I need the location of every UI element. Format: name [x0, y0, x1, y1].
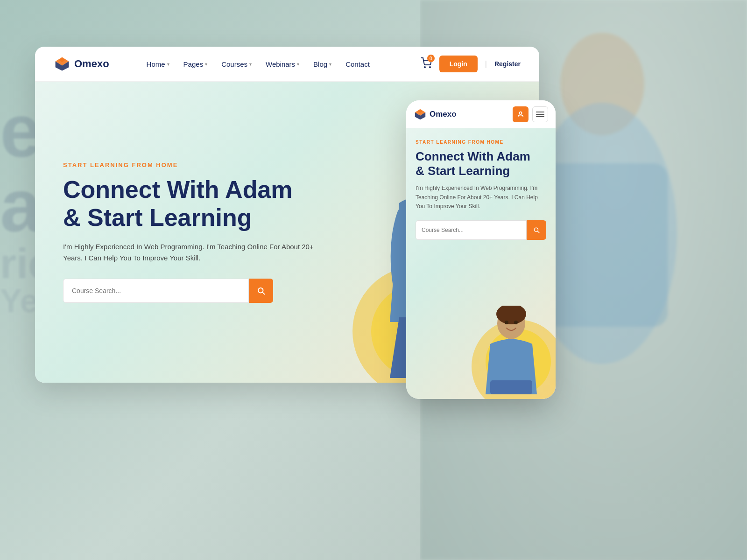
search-icon: [257, 287, 265, 295]
nav-links: Home ▾ Pages ▾ Courses ▾ Webinars ▾ Blog…: [147, 60, 421, 68]
svg-rect-2: [537, 163, 668, 327]
menu-line: [536, 112, 544, 112]
logo-text: Omexo: [74, 58, 109, 70]
chevron-icon: ▾: [205, 62, 207, 67]
hero-title: Connect With Adam & Start Learning: [63, 176, 315, 232]
mobile-logo-text: Omexo: [430, 110, 457, 119]
svg-point-16: [519, 112, 521, 114]
chevron-icon: ▾: [329, 62, 331, 67]
course-search-input[interactable]: [63, 279, 249, 303]
hero-tagline: START LEARNING FROM HOME: [63, 161, 315, 168]
svg-point-4: [430, 67, 430, 68]
cart-button[interactable]: 0: [421, 57, 432, 70]
svg-line-18: [538, 231, 539, 233]
svg-point-3: [424, 67, 425, 68]
mobile-menu-button[interactable]: [532, 106, 548, 122]
nav-pages[interactable]: Pages ▾: [183, 60, 208, 68]
mobile-mockup: Omexo START LEARNING FROM HOME Connect W…: [406, 100, 556, 399]
nav-blog[interactable]: Blog ▾: [313, 60, 331, 68]
login-button[interactable]: Login: [439, 56, 478, 72]
mobile-search-button[interactable]: [527, 220, 546, 240]
chevron-icon: ▾: [249, 62, 252, 67]
svg-line-6: [262, 292, 264, 294]
mobile-navbar: Omexo: [406, 100, 556, 128]
divider: |: [485, 60, 487, 68]
mobile-hero-section: START LEARNING FROM HOME Connect With Ad…: [406, 128, 556, 399]
menu-line: [536, 114, 544, 115]
svg-point-23: [505, 321, 508, 324]
mobile-hero-description: I'm Highly Experienced In Web Programmin…: [416, 184, 546, 211]
nav-courses[interactable]: Courses ▾: [221, 60, 252, 68]
chevron-icon: ▾: [297, 62, 299, 67]
nav-webinars[interactable]: Webinars ▾: [266, 60, 299, 68]
course-search-bar: [63, 279, 273, 303]
mobile-user-button[interactable]: [513, 106, 529, 122]
navbar: Omexo Home ▾ Pages ▾ Courses ▾ Webinars …: [35, 47, 539, 82]
search-button[interactable]: [249, 279, 273, 303]
nav-home[interactable]: Home ▾: [147, 60, 169, 68]
chevron-icon: ▾: [167, 62, 169, 67]
cart-badge: 0: [427, 55, 435, 62]
mobile-logo[interactable]: Omexo: [414, 108, 509, 120]
svg-rect-22: [490, 380, 532, 394]
mobile-hero-person: [476, 306, 551, 399]
mobile-person-svg: [476, 306, 546, 394]
mobile-logo-icon: [414, 108, 427, 120]
svg-point-24: [514, 321, 518, 324]
mobile-course-search-bar: [416, 220, 546, 240]
mobile-search-icon: [533, 227, 540, 233]
mobile-hero-title: Connect With Adam & Start Learning: [416, 149, 546, 178]
hero-description: I'm Highly Experienced In Web Programmin…: [63, 241, 315, 264]
logo-icon: [54, 56, 70, 72]
mobile-search-input[interactable]: [416, 220, 527, 240]
menu-line: [536, 116, 544, 117]
mobile-hero-tagline: START LEARNING FROM HOME: [416, 140, 546, 145]
logo[interactable]: Omexo: [54, 56, 109, 72]
user-icon: [517, 111, 524, 118]
nav-contact[interactable]: Contact: [345, 60, 370, 68]
nav-actions: 0 Login | Register: [421, 56, 521, 72]
register-button[interactable]: Register: [494, 60, 521, 68]
hero-content: START LEARNING FROM HOME Connect With Ad…: [63, 161, 315, 303]
